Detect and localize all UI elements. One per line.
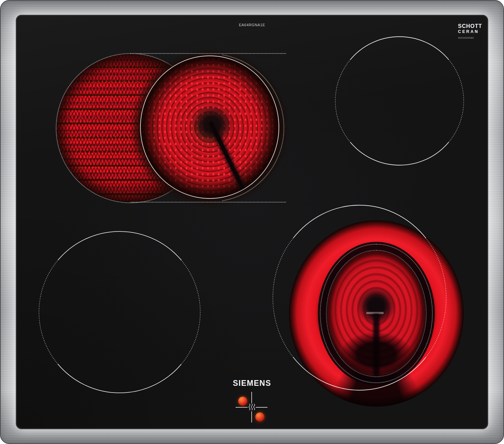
siemens-logo: SIEMENS: [218, 379, 286, 388]
model-code-label: EA64RGNA1E: [218, 23, 286, 27]
schott-ceran-logo: SCHOTT CERAN 9001609080: [458, 24, 487, 39]
indicator-cross-line-right: [256, 407, 267, 408]
ceramic-glass-surface: EA64RGNA1E SCHOTT CERAN 9001609080 SIEME…: [17, 16, 487, 428]
indicator-cross-line-bottom: [251, 411, 252, 422]
glass-serial-number: 9001609080: [458, 37, 487, 39]
indicator-cross-line-left: [236, 407, 248, 408]
product-photo-siemens-hob: EA64RGNA1E SCHOTT CERAN 9001609080 SIEME…: [0, 0, 504, 444]
schott-wordmark: SCHOTT: [458, 24, 487, 29]
residual-heat-dot-1: [238, 397, 247, 406]
ceran-wordmark: CERAN: [458, 30, 487, 34]
zone-front-right-outline: [17, 16, 487, 428]
heat-waves-icon: [248, 403, 255, 411]
residual-heat-dot-2: [255, 412, 264, 421]
indicator-cross-line-top: [251, 392, 252, 403]
